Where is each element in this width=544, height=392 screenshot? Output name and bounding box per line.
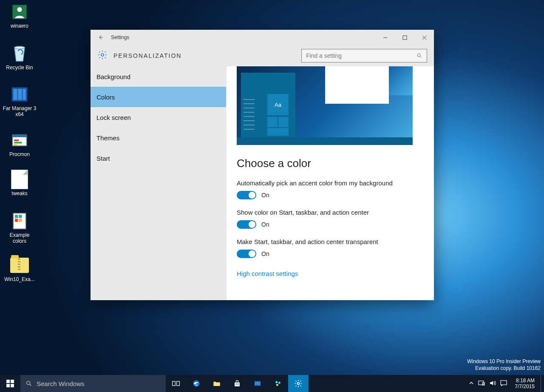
sidebar-item-background[interactable]: Background <box>91 66 226 87</box>
svg-point-24 <box>27 381 30 385</box>
sidebar-item-label: Background <box>96 73 130 80</box>
high-contrast-link[interactable]: High contrast settings <box>237 270 298 277</box>
taskbar-app-farmanager[interactable] <box>247 375 268 392</box>
content-heading: Choose a color <box>237 157 424 170</box>
svg-rect-14 <box>19 215 22 218</box>
gear-icon <box>97 50 108 62</box>
svg-point-35 <box>275 381 278 383</box>
toggle-transparency[interactable] <box>237 250 256 258</box>
svg-point-1 <box>17 7 22 12</box>
taskbar-app-edge[interactable] <box>186 375 207 392</box>
reg-file-icon <box>10 212 29 230</box>
desktop-icon-label: Far Manager 3 x64 <box>3 105 37 117</box>
show-desktop-button[interactable] <box>541 375 544 392</box>
sidebar-item-themes[interactable]: Themes <box>91 128 226 148</box>
action-center-icon <box>500 380 507 386</box>
setting-show-color: Show color on Start, taskbar, and action… <box>237 209 424 229</box>
windows-logo-icon <box>6 380 14 387</box>
svg-rect-17 <box>403 36 407 40</box>
desktop-icon-procmon[interactable]: Procmon <box>3 131 37 157</box>
svg-point-37 <box>276 384 278 386</box>
find-setting-input[interactable]: Find a setting <box>301 49 427 62</box>
tray-time: 8:18 AM <box>515 378 535 383</box>
chevron-up-icon <box>469 381 474 386</box>
setting-transparency: Make Start, taskbar, and action center t… <box>237 238 424 258</box>
desktop-icon-recycle-bin[interactable]: Recycle Bin <box>3 44 37 71</box>
sidebar-item-start[interactable]: Start <box>91 148 226 168</box>
store-icon <box>233 379 241 388</box>
preview-sample-text: Aa <box>267 94 289 115</box>
toggle-auto-accent[interactable] <box>237 191 256 199</box>
desktop-icon-far-manager[interactable]: Far Manager 3 x64 <box>3 85 37 117</box>
taskbar-app-store[interactable] <box>227 375 247 392</box>
taskbar-app-explorer[interactable] <box>207 375 227 392</box>
search-icon <box>26 380 32 387</box>
svg-rect-25 <box>173 381 176 386</box>
sidebar-item-colors[interactable]: Colors <box>91 87 226 107</box>
sidebar-item-label: Themes <box>96 134 119 142</box>
settings-sidebar: Background Colors Lock screen Themes Sta… <box>91 66 227 300</box>
watermark-line1: Windows 10 Pro Insider Preview <box>467 358 541 365</box>
maximize-button[interactable] <box>395 30 414 45</box>
svg-rect-29 <box>236 383 237 385</box>
taskbar: Search Windows 8:18 AM 7/7/2015 <box>0 375 544 392</box>
tray-action-center-button[interactable] <box>500 380 507 387</box>
back-button[interactable] <box>91 30 111 45</box>
svg-rect-21 <box>11 380 14 383</box>
tray-clock[interactable]: 8:18 AM 7/7/2015 <box>511 378 538 389</box>
sidebar-item-lock-screen[interactable]: Lock screen <box>91 107 226 128</box>
folder-icon <box>212 379 221 388</box>
close-button[interactable] <box>414 30 434 45</box>
toggle-show-color[interactable] <box>237 220 256 229</box>
desktop-icon-winaero[interactable]: winaero <box>3 3 37 29</box>
svg-rect-23 <box>11 384 14 387</box>
settings-header: PERSONALIZATION Find a setting <box>91 45 434 66</box>
svg-point-36 <box>278 382 280 384</box>
svg-point-18 <box>101 54 104 56</box>
toggle-state: On <box>261 192 269 199</box>
svg-rect-15 <box>15 219 18 222</box>
desktop-icon-win10-exa[interactable]: Win10_Exa... <box>3 256 37 282</box>
svg-rect-10 <box>14 142 22 144</box>
sidebar-item-label: Lock screen <box>96 114 131 121</box>
network-icon <box>478 380 485 386</box>
close-icon <box>422 35 427 40</box>
svg-rect-20 <box>6 380 10 383</box>
toggle-state: On <box>261 221 269 228</box>
system-tray: 8:18 AM 7/7/2015 <box>466 375 541 392</box>
watermark-line2: Evaluation copy. Build 10162 <box>467 365 541 372</box>
svg-rect-28 <box>214 383 220 386</box>
desktop-icon-label: winaero <box>3 23 37 29</box>
desktop-icon-label: Example colors <box>3 232 37 244</box>
tray-network-button[interactable] <box>478 380 485 387</box>
volume-icon <box>489 380 496 386</box>
taskbar-app-winaero[interactable] <box>268 375 288 392</box>
svg-rect-8 <box>13 135 27 137</box>
setting-label: Make Start, taskbar, and action center t… <box>237 238 424 245</box>
svg-rect-22 <box>6 384 10 387</box>
tray-chevron-button[interactable] <box>469 381 474 387</box>
settings-window: Settings PERSONALIZATION Find a setting … <box>91 30 434 300</box>
settings-content: Aa Choose a color Automatically pick an … <box>227 66 434 300</box>
desktop-icon-tweaks[interactable]: tweaks <box>3 170 37 196</box>
task-view-button[interactable] <box>166 375 186 392</box>
minimize-button[interactable] <box>375 30 395 45</box>
winaero-icon <box>274 379 282 388</box>
svg-rect-6 <box>23 89 26 100</box>
svg-rect-11 <box>14 144 17 145</box>
taskbar-search[interactable]: Search Windows <box>20 375 166 392</box>
svg-rect-34 <box>259 382 260 385</box>
app-icon <box>10 131 29 150</box>
taskbar-search-placeholder: Search Windows <box>37 380 85 387</box>
start-button[interactable] <box>0 375 20 392</box>
desktop-icon-example-colors[interactable]: Example colors <box>3 212 37 244</box>
taskbar-app-settings[interactable] <box>288 375 309 392</box>
sidebar-item-label: Colors <box>96 94 115 101</box>
desktop-icon-label: Recycle Bin <box>3 65 37 71</box>
window-titlebar[interactable]: Settings <box>91 30 434 45</box>
color-preview: Aa <box>237 66 413 145</box>
sidebar-item-label: Start <box>96 155 110 162</box>
tray-volume-button[interactable] <box>489 380 496 387</box>
desktop-watermark: Windows 10 Pro Insider Preview Evaluatio… <box>467 358 541 372</box>
svg-rect-26 <box>177 381 180 386</box>
